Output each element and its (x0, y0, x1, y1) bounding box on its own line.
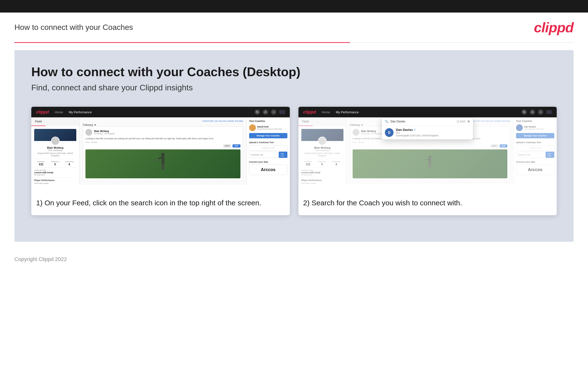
svg-point-0 (256, 111, 258, 112)
post-avatar-1 (86, 129, 92, 136)
result-info: Dan Davies ✓ Pro Sunningdale Golf Club, … (396, 128, 470, 137)
result-club: Sunningdale Golf Club, United Kingdom (396, 134, 470, 137)
main-heading: How to connect with your Coaches (Deskto… (31, 64, 557, 79)
manage-coaches-btn-1[interactable]: Manage Your Coaches (249, 133, 287, 138)
post-footer-1: OTT APP (86, 144, 240, 147)
following-btn-1[interactable]: Following ▼ (83, 124, 243, 126)
user-icon-1[interactable] (263, 110, 268, 115)
app-logo-2: clippd (303, 110, 316, 115)
coaches-panel-2: Your Coaches Dan Davies Sunningdale Golf… (513, 117, 557, 185)
trackman-section-1: Upload a Trackman Test Trackman Link Add… (249, 141, 287, 158)
svg-rect-17 (429, 164, 430, 168)
result-name: Dan Davies ✓ (396, 128, 470, 132)
profile-name-1: Blair McHarg (34, 146, 76, 149)
add-link-btn-1[interactable]: Add Link (279, 152, 287, 158)
trackman-input2-1: Add Link (249, 152, 287, 158)
search-icon-2[interactable] (522, 110, 527, 115)
screenshot-2: clippd Home My Performance (298, 107, 557, 215)
screenshot-1: clippd Home My Performance (31, 107, 290, 215)
settings-icon-2[interactable] (538, 110, 543, 115)
search-query-text[interactable]: Dan Davies (390, 120, 455, 123)
golfer-silhouette-1 (153, 152, 173, 176)
search-bar-overlay: 🔍 Dan Davies CLEAR ✕ (382, 118, 473, 126)
app-sidebar-2: Feed Blair McHarg Plus Handicap Royal No… (298, 117, 347, 185)
svg-point-14 (429, 156, 431, 158)
topbar-icons-2 (522, 110, 552, 115)
topbar-icons-1 (255, 110, 285, 115)
flag-icon-1 (279, 110, 285, 114)
profile-club-1: Royal North Devon Golf Club, United King… (34, 152, 76, 157)
footer: Copyright Clippd 2022 (0, 249, 588, 270)
connect-section-1: Connect your data Arccos (249, 161, 287, 175)
app-topbar-1: clippd Home My Performance (31, 107, 290, 117)
latest-activity-1: Latest Activity Lesson with Fordy 03 Aug… (34, 168, 76, 177)
page-title: How to connect with your Coaches (14, 23, 133, 32)
caption-number-1: 1) (36, 199, 43, 207)
close-search-button[interactable]: ✕ (467, 120, 470, 123)
screenshots-row: clippd Home My Performance (31, 107, 557, 215)
post-duration-1: 01 hr : 30 min (86, 141, 240, 143)
nav-home-2[interactable]: Home (322, 110, 330, 114)
profile-card-2: Blair McHarg Plus Handicap Royal North D… (298, 126, 346, 185)
flag-icon-2 (546, 110, 552, 114)
control-link-1[interactable]: Control who can see your activity and da… (83, 120, 243, 122)
caption-text-1: 1) On your Feed, click on the search ico… (36, 198, 285, 208)
svg-line-1 (257, 112, 258, 113)
search-result-item[interactable]: D Dan Davies ✓ Pro Sunningdale Golf Club… (382, 126, 473, 139)
profile-banner-1 (34, 129, 76, 141)
app-body-1: Feed Blair McHarg Plus Handicap Royal No… (31, 117, 290, 185)
trackman-label-1: Upload a Trackman Test (249, 141, 287, 144)
svg-point-13 (540, 111, 541, 112)
nav-home-1[interactable]: Home (55, 110, 63, 114)
post-meta-1: Blair McHarg Yesterday · Sunningdale (94, 130, 240, 135)
clippd-logo: clippd (534, 19, 574, 36)
coach-item-1: David Ford Royal North Devon Golf Club (249, 124, 287, 131)
trackman-url-input-1[interactable] (249, 152, 278, 158)
profile-avatar-1 (51, 137, 60, 145)
svg-point-3 (273, 111, 274, 112)
feed-tab-1[interactable]: Feed (31, 117, 45, 126)
svg-line-11 (525, 112, 526, 113)
stat-following-1: Following 4 (65, 160, 73, 166)
main-subheading: Find, connect and share your Clippd insi… (31, 83, 557, 92)
svg-point-10 (523, 111, 525, 112)
profile-avatar-2 (318, 137, 327, 145)
settings-icon-1[interactable] (271, 110, 276, 115)
profile-stats-1: Activities 131 Followers 3 Following 4 (34, 159, 76, 168)
post-card-1: Blair McHarg Yesterday · Sunningdale Loo… (83, 126, 243, 181)
feed-tab-2: Feed (298, 117, 313, 126)
coaches-title-1: Your Coaches (249, 120, 287, 122)
header-divider (14, 42, 574, 43)
svg-point-4 (161, 153, 165, 157)
nav-my-performance-1[interactable]: My Performance (69, 110, 92, 114)
arccos-logo-1: Arccos (249, 165, 287, 175)
search-icon-1[interactable] (255, 110, 260, 115)
header: How to connect with your Coaches clippd (0, 12, 588, 42)
coach-avatar-1 (249, 124, 256, 131)
post-image-1 (86, 149, 240, 178)
profile-badge-1: Plus Handicap (34, 149, 76, 152)
app-topbar-2: clippd Home My Performance (298, 107, 557, 117)
svg-rect-8 (163, 164, 164, 170)
svg-rect-9 (155, 159, 162, 160)
stat-followers-1: Followers 3 (51, 160, 59, 166)
golfer-silhouette-2 (423, 154, 437, 174)
app-logo-1: clippd (36, 110, 49, 115)
copyright-text: Copyright Clippd 2022 (14, 256, 67, 262)
nav-my-performance-2[interactable]: My Performance (336, 110, 359, 114)
clear-button[interactable]: CLEAR (456, 120, 465, 123)
profile-banner-2 (301, 129, 343, 141)
caption-text-2: 2) Search for the Coach you wish to conn… (303, 198, 552, 208)
caption-number-2: 2) (303, 199, 310, 207)
user-icon-2[interactable] (530, 110, 535, 115)
stat-activities-1: Activities 131 (37, 160, 45, 166)
trackman-placeholder-1: Trackman Link (249, 145, 287, 151)
connect-label-1: Connect your data (249, 161, 287, 163)
verified-icon: ✓ (414, 128, 416, 131)
ott-btn-1[interactable]: OTT (223, 144, 231, 147)
caption-2: 2) Search for the Coach you wish to conn… (298, 191, 557, 215)
main-content: How to connect with your Coaches (Deskto… (14, 50, 574, 242)
app-main-1: Control who can see your activity and da… (79, 117, 246, 185)
app-btn-1[interactable]: APP (233, 144, 240, 147)
profile-stats-2: Activities 131 Followers 3 Following 4 (301, 159, 343, 168)
